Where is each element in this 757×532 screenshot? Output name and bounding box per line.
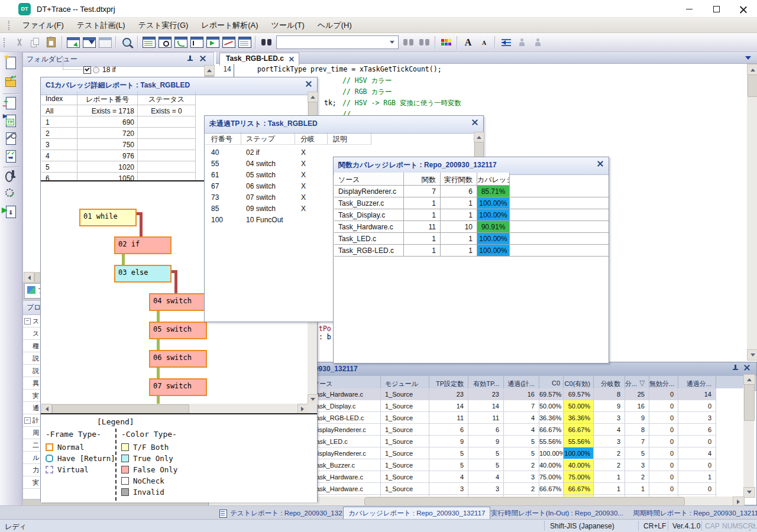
maximize-button[interactable] bbox=[703, 0, 730, 18]
editor-tab[interactable]: Task_RGB-LED.c bbox=[219, 53, 299, 66]
flowchart-hscrollbar[interactable] bbox=[41, 404, 308, 413]
toolbar-separator bbox=[62, 36, 63, 49]
table-cell: 40 bbox=[205, 147, 241, 158]
close-button[interactable] bbox=[730, 0, 757, 18]
tab-cycle-time-report[interactable]: 周期時間レポート : Repo_200930_132117 bbox=[628, 507, 757, 520]
table-row[interactable]: Task_LED.c11100.00% bbox=[334, 233, 609, 245]
table-cell bbox=[510, 245, 609, 257]
close-icon[interactable] bbox=[305, 80, 312, 87]
check-table-button[interactable]: ✓✓➥ bbox=[4, 149, 19, 164]
table-cell: 1050 bbox=[77, 173, 138, 180]
menu-tools[interactable]: ツール(T) bbox=[265, 18, 311, 33]
column-header[interactable]: 関数 bbox=[404, 173, 441, 186]
connect-target-button[interactable] bbox=[4, 169, 19, 184]
new-report-button[interactable]: ★ bbox=[4, 56, 19, 71]
editor-vscrollbar[interactable] bbox=[747, 64, 757, 359]
font-increase-button[interactable] bbox=[460, 35, 476, 50]
menu-test-plan[interactable]: テスト計画(L) bbox=[70, 18, 132, 33]
report-timing-button[interactable] bbox=[221, 35, 237, 50]
filter-table-button[interactable] bbox=[81, 35, 97, 50]
table-cell bbox=[510, 233, 609, 245]
find-next-button bbox=[400, 35, 416, 50]
tree-item[interactable]: 18 if bbox=[102, 66, 116, 75]
menu-file[interactable]: ファイル(F) bbox=[16, 18, 70, 33]
cut-button[interactable] bbox=[11, 35, 27, 50]
table-cell: 25 bbox=[625, 388, 649, 400]
tab-test-report[interactable]: テストレポート : Repo_200930_132117 bbox=[215, 507, 358, 520]
function-coverage-window[interactable]: 関数カバレッジレポート : Repo_200930_132117 ソース関数実行… bbox=[333, 157, 609, 364]
report-run-button[interactable] bbox=[205, 35, 221, 50]
add-source-button[interactable]: ＋− bbox=[4, 96, 19, 111]
table-cell: 04 switch bbox=[241, 158, 295, 169]
tree-checkbox[interactable] bbox=[83, 66, 91, 74]
column-header[interactable]: 分岐 bbox=[295, 132, 328, 145]
column-header[interactable]: レポート番号 bbox=[77, 92, 138, 105]
menu-help[interactable]: ヘルプ(H) bbox=[311, 18, 358, 33]
coverage-vscrollbar[interactable] bbox=[743, 374, 754, 497]
run-report-button[interactable]: ▶⇓ bbox=[4, 205, 19, 220]
pin-icon[interactable] bbox=[187, 55, 193, 62]
table-row[interactable]: Task_Display.c11100.00% bbox=[334, 209, 609, 221]
table-cell: 40.00% bbox=[564, 459, 594, 471]
minimize-button[interactable] bbox=[675, 0, 703, 18]
find-button[interactable] bbox=[258, 35, 274, 50]
copy-button[interactable] bbox=[27, 35, 43, 50]
menu-report-analysis[interactable]: レポート解析(A) bbox=[195, 18, 264, 33]
zoom-search-button[interactable] bbox=[119, 35, 135, 50]
table-row[interactable]: DisplayRenderer.c7685.71% bbox=[334, 186, 609, 197]
search-combobox[interactable] bbox=[276, 35, 399, 49]
menu-test-run[interactable]: テスト実行(G) bbox=[132, 18, 195, 33]
tp-list-button[interactable]: TP▶ bbox=[4, 113, 19, 129]
flow-node[interactable]: 04 switch bbox=[149, 293, 207, 311]
binoculars-icon bbox=[403, 39, 413, 46]
color-palette-button[interactable] bbox=[438, 35, 454, 50]
flow-node[interactable]: 05 switch bbox=[149, 322, 207, 339]
flow-node[interactable]: 02 if bbox=[114, 236, 172, 254]
goto-lines-button[interactable] bbox=[498, 35, 514, 50]
resize-grip[interactable] bbox=[749, 524, 756, 531]
table-row[interactable]: Task_Buzzer.c11100.00% bbox=[334, 197, 609, 209]
close-icon[interactable] bbox=[597, 160, 604, 167]
column-header[interactable]: ステータス bbox=[138, 92, 196, 105]
code-line: portTickType prev_time = xTaskGetTickCou… bbox=[257, 65, 442, 73]
table-row[interactable]: Task_RGB-LED.c11100.00% bbox=[334, 245, 609, 257]
report-xy-button[interactable] bbox=[189, 35, 205, 50]
column-header[interactable]: Index bbox=[41, 92, 77, 105]
column-header[interactable]: 行番号 bbox=[205, 132, 241, 145]
report-inspect-button[interactable] bbox=[157, 35, 173, 50]
report-flow-button[interactable] bbox=[173, 35, 189, 50]
paste-button[interactable] bbox=[43, 35, 59, 50]
close-icon[interactable] bbox=[743, 364, 750, 371]
settings-tool-button[interactable] bbox=[4, 131, 19, 147]
folder-view-tab-icon bbox=[27, 286, 35, 294]
table-cell: 3 bbox=[429, 483, 468, 495]
tab-close-icon[interactable] bbox=[289, 56, 295, 62]
column-header[interactable]: ステップ bbox=[241, 132, 295, 145]
table-cell: 14 bbox=[468, 400, 504, 412]
report-grid-button[interactable] bbox=[141, 35, 157, 50]
close-icon[interactable] bbox=[199, 55, 206, 62]
report-list-button[interactable] bbox=[237, 35, 253, 50]
flow-node[interactable]: 07 switch bbox=[149, 378, 207, 396]
column-header[interactable]: ソース bbox=[334, 173, 404, 186]
close-icon[interactable] bbox=[471, 119, 478, 126]
refresh-table-button[interactable] bbox=[65, 35, 81, 50]
column-header[interactable]: カバレッジ bbox=[477, 173, 510, 186]
func-table-area: ソース関数実行関数カバレッジ DisplayRenderer.c7685.71%… bbox=[334, 173, 609, 257]
flow-node[interactable]: 01 while bbox=[79, 209, 137, 226]
tab-execution-time-report[interactable]: 実行時間レポート(In-Out) : Repo_200930... bbox=[486, 507, 628, 520]
table-cell: 3 bbox=[625, 459, 649, 471]
open-project-button[interactable]: ↩ bbox=[4, 74, 19, 90]
font-decrease-button[interactable] bbox=[476, 35, 492, 50]
pin-icon[interactable] bbox=[732, 364, 739, 371]
toolbar-separator bbox=[3, 93, 20, 95]
flow-node[interactable]: 03 else bbox=[114, 265, 172, 283]
flow-node[interactable]: 06 switch bbox=[149, 350, 207, 368]
tab-list-dropdown-icon[interactable] bbox=[745, 56, 751, 63]
column-header[interactable]: 実行関数 bbox=[441, 173, 477, 186]
step-down-button bbox=[530, 35, 546, 50]
build-settings-button[interactable]: ✓ bbox=[4, 187, 19, 202]
tp-window-titlebar[interactable]: 未通過TPリスト : Task_RGBLED bbox=[205, 116, 483, 134]
column-header[interactable]: 説明 bbox=[328, 132, 371, 145]
table-row[interactable]: Task_Hardware.c111090.91% bbox=[334, 221, 609, 233]
